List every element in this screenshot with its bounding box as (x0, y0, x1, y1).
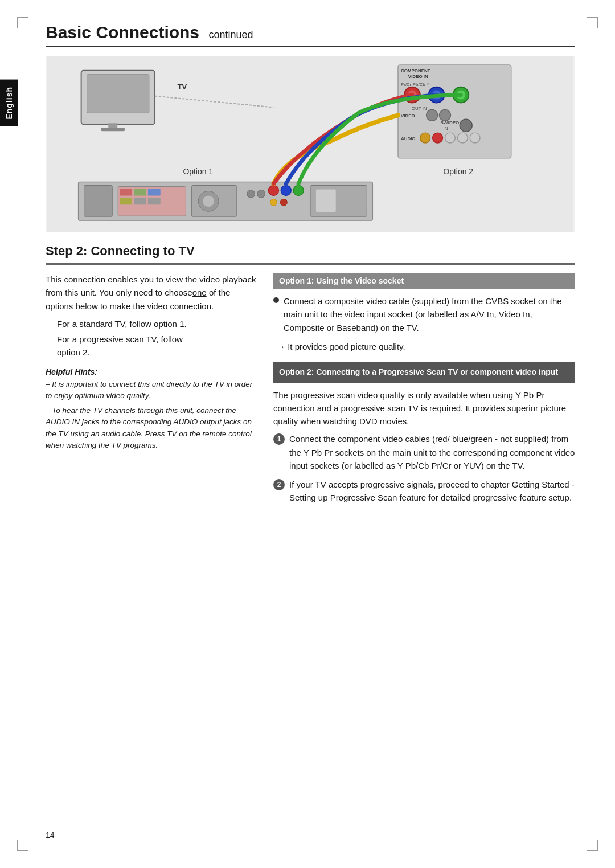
svg-point-19 (247, 190, 255, 198)
svg-text:COMPONENT: COMPONENT (401, 68, 430, 73)
corner-mark-tr (587, 17, 598, 28)
svg-point-48 (445, 133, 455, 143)
svg-text:Option 2: Option 2 (443, 167, 473, 176)
intro-underline: one (192, 288, 207, 297)
corner-mark-bl (17, 840, 28, 851)
left-column: This connection enables you to view the … (46, 273, 256, 514)
option1-arrow: It provides good picture quality. (277, 340, 575, 353)
option2-step2: 2 If your TV accepts progressive signals… (273, 478, 575, 505)
svg-text:IN: IN (443, 126, 448, 131)
svg-point-22 (281, 186, 291, 196)
svg-point-46 (420, 133, 430, 143)
intro-paragraph: This connection enables you to view the … (46, 273, 256, 313)
bullet-dot-1 (273, 297, 279, 303)
svg-point-50 (470, 133, 480, 143)
option1-text: Connect a composite video cable (supplie… (284, 294, 575, 334)
svg-rect-15 (148, 198, 161, 204)
option2-step2-text: If your TV accepts progressive signals, … (289, 478, 575, 505)
svg-text:Option 1: Option 1 (183, 167, 213, 176)
svg-point-44 (460, 119, 472, 132)
svg-point-49 (457, 133, 468, 143)
svg-text:AUDIO: AUDIO (401, 136, 416, 141)
svg-point-41 (440, 109, 451, 121)
svg-point-24 (270, 199, 277, 206)
svg-point-20 (257, 190, 265, 198)
standard-tv-text: For a standard TV, follow option 1. (57, 317, 256, 330)
svg-rect-2 (87, 75, 149, 113)
svg-text:TV: TV (178, 83, 187, 91)
option1-bullet1: Connect a composite video cable (supplie… (273, 294, 575, 334)
svg-point-21 (268, 186, 278, 196)
right-column: Option 1: Using the Video socket Connect… (273, 273, 575, 514)
option2-step1: 1 Connect the component video cables (re… (273, 432, 575, 472)
option2-step1-text: Connect the component video cables (red/… (289, 432, 575, 472)
option1-header: Option 1: Using the Video socket (273, 273, 575, 289)
svg-rect-14 (134, 198, 146, 204)
svg-point-23 (293, 186, 304, 196)
svg-rect-12 (148, 189, 161, 195)
page-title: Basic Connections continued (46, 23, 575, 47)
bullet-circle-2: 2 (273, 479, 285, 490)
svg-point-47 (433, 133, 443, 143)
corner-mark-br (587, 840, 598, 851)
progressive-tv-line2: option 2. (57, 347, 90, 357)
svg-text:VIDEO IN: VIDEO IN (408, 74, 428, 79)
hint2: – To hear the TV channels through this u… (46, 405, 256, 451)
svg-rect-11 (134, 189, 146, 195)
option2-box: Option 2: Connecting to a Progressive Sc… (273, 362, 575, 505)
svg-text:VIDEO: VIDEO (401, 113, 415, 118)
progressive-tv-line1: For a progressive scan TV, follow (57, 334, 183, 344)
svg-rect-4 (101, 128, 125, 131)
title-sub: continued (208, 29, 253, 40)
helpful-hints-title: Helpful Hints: (46, 367, 256, 376)
option2-header: Option 2: Connecting to a Progressive Sc… (273, 362, 575, 383)
main-content: Basic Connections continued TV (46, 23, 575, 514)
svg-text:Pr/Cr    Pb/Cb    Y: Pr/Cr Pb/Cb Y (401, 82, 430, 87)
two-column-layout: This connection enables you to view the … (46, 273, 575, 514)
diagram-svg: TV (46, 56, 575, 232)
svg-rect-27 (316, 189, 336, 212)
svg-rect-13 (120, 198, 132, 204)
title-main: Basic Connections (46, 23, 199, 42)
language-tab: English (0, 80, 18, 126)
step2-heading: Step 2: Connecting to TV (46, 244, 575, 265)
page-number: 14 (46, 830, 55, 840)
hint1: – It is important to connect this unit d… (46, 379, 256, 402)
svg-point-40 (427, 109, 438, 121)
progressive-tv-text: For a progressive scan TV, follow option… (57, 333, 256, 359)
svg-point-18 (203, 195, 214, 207)
bullet-circle-1: 1 (273, 433, 285, 445)
svg-rect-8 (84, 186, 113, 217)
svg-text:S-VIDEO: S-VIDEO (441, 120, 460, 125)
svg-text:OUT  IN: OUT IN (412, 106, 427, 111)
connection-diagram: TV (46, 56, 575, 232)
option2-intro: The progressive scan video quality is on… (273, 388, 575, 428)
svg-point-25 (280, 199, 287, 206)
svg-rect-10 (120, 189, 132, 195)
corner-mark-tl (17, 17, 28, 28)
option1-box: Option 1: Using the Video socket Connect… (273, 273, 575, 353)
